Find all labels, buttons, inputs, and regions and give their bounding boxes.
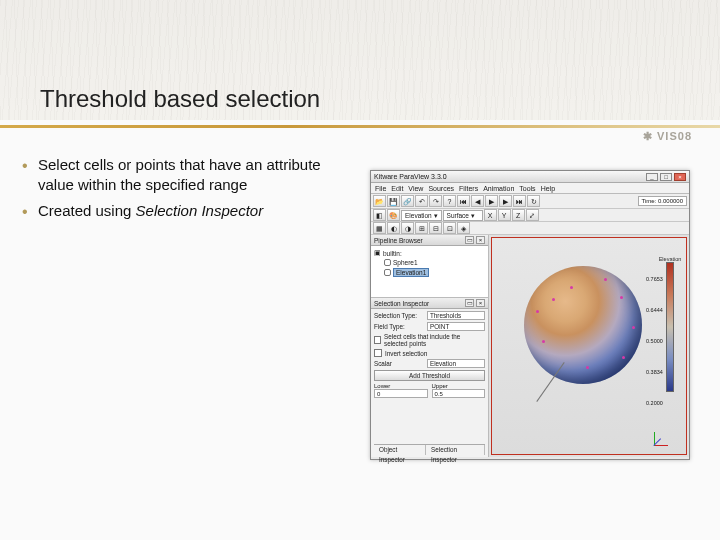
- axis-y-icon[interactable]: Y: [498, 209, 511, 221]
- play-last-icon[interactable]: ⏭: [513, 195, 526, 207]
- embedded-app-screenshot: Kitware ParaView 3.3.0 _ □ × File Edit V…: [370, 170, 690, 460]
- field-type-label: Field Type:: [374, 323, 424, 330]
- scalar-label: Scalar: [374, 360, 424, 367]
- conference-logo: ✱ VIS08: [643, 130, 692, 143]
- menu-help[interactable]: Help: [541, 185, 555, 192]
- tab-object-inspector[interactable]: Object Inspector: [374, 445, 426, 455]
- bullet-list: Select cells or points that have an attr…: [20, 155, 350, 226]
- pipeline-header: Pipeline Browser ▭×: [371, 235, 488, 246]
- viewport-selection-outline: Elevation 0.7653 0.6444 0.5000 0.3834 0.…: [491, 237, 687, 455]
- lower-input[interactable]: 0: [374, 389, 428, 398]
- reset-camera-icon[interactable]: ⤢: [526, 209, 539, 221]
- play-icon[interactable]: ▶: [485, 195, 498, 207]
- time-display: Time: 0.000000: [638, 196, 687, 206]
- menu-filters[interactable]: Filters: [459, 185, 478, 192]
- close-panel-icon[interactable]: ×: [476, 236, 485, 244]
- redo-icon[interactable]: ↷: [429, 195, 442, 207]
- selection-type-label: Selection Type:: [374, 312, 424, 319]
- play-prev-icon[interactable]: ◀: [471, 195, 484, 207]
- maximize-button[interactable]: □: [660, 173, 672, 181]
- toolbar-display: ◧ 🎨 Elevation ▾ Surface ▾ X Y Z ⤢: [371, 209, 689, 222]
- help-icon[interactable]: ?: [443, 195, 456, 207]
- color-legend: Elevation 0.7653 0.6444 0.5000 0.3834 0.…: [660, 256, 680, 392]
- minimize-button[interactable]: _: [646, 173, 658, 181]
- menu-edit[interactable]: Edit: [391, 185, 403, 192]
- filter-icon[interactable]: ⊟: [429, 222, 442, 234]
- pipeline-root[interactable]: ▣ builtin:: [374, 248, 485, 258]
- play-first-icon[interactable]: ⏮: [457, 195, 470, 207]
- selected-point-icon: [620, 296, 623, 299]
- divider-gold: [0, 125, 720, 128]
- toolbar-main: 📂 💾 🔗 ↶ ↷ ? ⏮ ◀ ▶ ▶ ⏭ ↻ Time: 0.000000: [371, 194, 689, 209]
- pipeline-tree: ▣ builtin: Sphere1 Elevation1: [371, 246, 488, 298]
- window-title: Kitware ParaView 3.3.0: [374, 173, 447, 180]
- menu-sources[interactable]: Sources: [428, 185, 454, 192]
- inspector-header: Selection Inspector ▭×: [371, 298, 488, 309]
- selected-point-icon: [536, 310, 539, 313]
- pipeline-node[interactable]: Sphere1: [374, 258, 485, 267]
- containing-cells-label: Select cells that include the selected p…: [384, 333, 485, 347]
- filter-icon[interactable]: ⊡: [443, 222, 456, 234]
- color-icon[interactable]: 🎨: [387, 209, 400, 221]
- selected-point-icon: [552, 298, 555, 301]
- filter-icon[interactable]: ◑: [401, 222, 414, 234]
- loop-icon[interactable]: ↻: [527, 195, 540, 207]
- selection-inspector-panel: Selection Type:Thresholds Field Type:POI…: [371, 309, 488, 457]
- filter-icon[interactable]: ⊞: [415, 222, 428, 234]
- window-titlebar: Kitware ParaView 3.3.0 _ □ ×: [371, 171, 689, 183]
- selected-point-icon: [570, 286, 573, 289]
- filter-icon[interactable]: ▦: [373, 222, 386, 234]
- color-gradient: [666, 262, 674, 392]
- solid-color-icon[interactable]: ◧: [373, 209, 386, 221]
- menu-tools[interactable]: Tools: [519, 185, 535, 192]
- tab-selection-inspector[interactable]: Selection Inspector: [426, 445, 485, 455]
- axis-z-icon[interactable]: Z: [512, 209, 525, 221]
- close-panel-icon[interactable]: ×: [476, 299, 485, 307]
- menu-file[interactable]: File: [375, 185, 386, 192]
- invert-selection-label: Invert selection: [385, 350, 427, 357]
- connect-icon[interactable]: 🔗: [401, 195, 414, 207]
- selected-point-icon: [632, 326, 635, 329]
- upper-input[interactable]: 0.5: [432, 389, 486, 398]
- dock-icon[interactable]: ▭: [465, 236, 474, 244]
- pipeline-node-selected[interactable]: Elevation1: [374, 267, 485, 278]
- slide-title: Threshold based selection: [40, 85, 320, 113]
- menubar: File Edit View Sources Filters Animation…: [371, 183, 689, 194]
- filter-icon[interactable]: ◐: [387, 222, 400, 234]
- inspector-tabs: Object Inspector Selection Inspector: [374, 444, 485, 455]
- axis-x-icon[interactable]: X: [484, 209, 497, 221]
- selected-point-icon: [622, 356, 625, 359]
- bullet-item: Created using Selection Inspector: [20, 201, 350, 221]
- containing-cells-checkbox[interactable]: [374, 336, 381, 344]
- selection-type-select[interactable]: Thresholds: [427, 311, 485, 320]
- field-type-select[interactable]: POINT: [427, 322, 485, 331]
- selected-point-icon: [604, 278, 607, 281]
- color-legend-ticks: 0.7653 0.6444 0.5000 0.3834 0.2000: [646, 276, 663, 406]
- render-viewport[interactable]: Elevation 0.7653 0.6444 0.5000 0.3834 0.…: [489, 235, 689, 457]
- invert-selection-checkbox[interactable]: [374, 349, 382, 357]
- selected-point-icon: [542, 340, 545, 343]
- filter-icon[interactable]: ◈: [457, 222, 470, 234]
- color-array-select[interactable]: Elevation ▾: [401, 210, 442, 221]
- visibility-icon[interactable]: [384, 269, 391, 276]
- bullet-item: Select cells or points that have an attr…: [20, 155, 350, 196]
- dock-icon[interactable]: ▭: [465, 299, 474, 307]
- orientation-axes: [654, 426, 674, 446]
- scalar-select[interactable]: Elevation: [427, 359, 485, 368]
- add-threshold-button[interactable]: Add Threshold: [374, 370, 485, 381]
- toolbar-filters: ▦ ◐ ◑ ⊞ ⊟ ⊡ ◈: [371, 222, 689, 235]
- menu-view[interactable]: View: [408, 185, 423, 192]
- menu-animation[interactable]: Animation: [483, 185, 514, 192]
- save-icon[interactable]: 💾: [387, 195, 400, 207]
- undo-icon[interactable]: ↶: [415, 195, 428, 207]
- close-button[interactable]: ×: [674, 173, 686, 181]
- visibility-icon[interactable]: [384, 259, 391, 266]
- representation-select[interactable]: Surface ▾: [443, 210, 483, 221]
- open-icon[interactable]: 📂: [373, 195, 386, 207]
- play-next-icon[interactable]: ▶: [499, 195, 512, 207]
- selected-point-icon: [586, 366, 589, 369]
- rendered-sphere: [524, 266, 642, 384]
